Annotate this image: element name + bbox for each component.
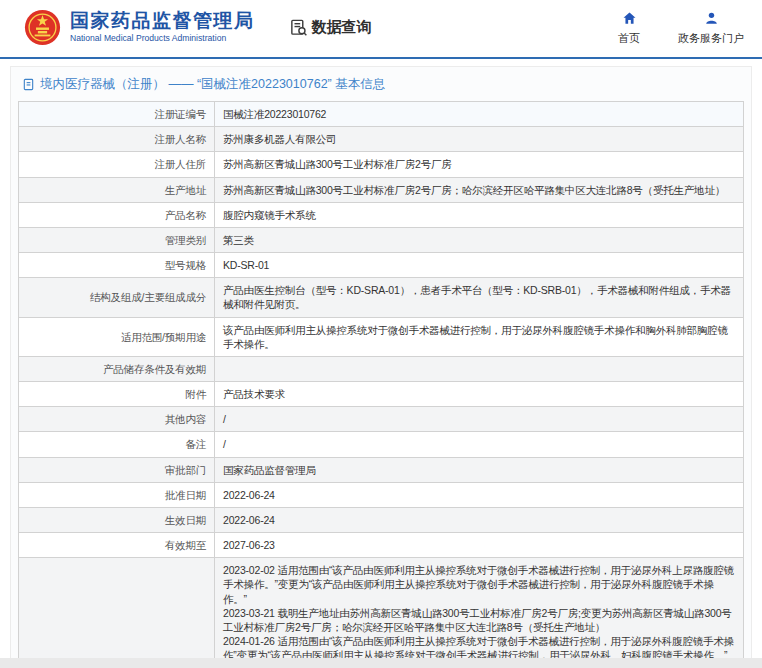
table-row: 管理类别第三类: [19, 227, 744, 252]
row-value: KD-SR-01: [215, 253, 744, 278]
row-value: 苏州康多机器人有限公司: [215, 127, 744, 152]
row-label: 备注: [19, 432, 215, 457]
row-value: [215, 356, 744, 381]
registration-info-table: 注册证编号国械注准20223010762注册人名称苏州康多机器人有限公司注册人住…: [18, 101, 744, 668]
document-search-icon: [289, 18, 308, 37]
row-label: 型号规格: [19, 253, 215, 278]
row-label: 其他内容: [19, 407, 215, 432]
row-label: 有效期至: [19, 533, 215, 558]
user-icon: [704, 11, 719, 26]
row-label: 适用范围/预期用途: [19, 317, 215, 356]
row-value: 产品由医生控制台（型号：KD-SRA-01），患者手术平台（型号：KD-SRB-…: [215, 278, 744, 317]
brand-title: 国家药品监督管理局: [70, 11, 255, 32]
nav-portal[interactable]: 政务服务门户: [678, 11, 744, 44]
row-value: 国家药品监督管理局: [215, 457, 744, 482]
row-label: 产品名称: [19, 202, 215, 227]
row-label: 变更情况: [19, 558, 215, 668]
data-query-tab[interactable]: 数据查询: [289, 18, 372, 37]
row-label: 结构及组成/主要组成成分: [19, 278, 215, 317]
row-value: 2022-06-24: [215, 482, 744, 507]
row-label: 注册证编号: [19, 102, 215, 127]
row-label: 生效日期: [19, 507, 215, 532]
row-value: 第三类: [215, 227, 744, 252]
table-row: 产品名称腹腔内窥镜手术系统: [19, 202, 744, 227]
nav-portal-label: 政务服务门户: [678, 33, 744, 44]
table-row: 备注/: [19, 432, 744, 457]
table-row: 注册人名称苏州康多机器人有限公司: [19, 127, 744, 152]
table-row: 其他内容/: [19, 407, 744, 432]
row-value: /: [215, 432, 744, 457]
row-label: 附件: [19, 382, 215, 407]
row-label: 注册人名称: [19, 127, 215, 152]
breadcrumb-text: 境内医疗器械（注册） —— “国械注准20223010762” 基本信息: [40, 76, 385, 93]
table-row: 型号规格KD-SR-01: [19, 253, 744, 278]
header: 国家药品监督管理局 National Medical Products Admi…: [0, 0, 762, 59]
home-icon: [622, 11, 637, 26]
table-row: 批准日期2022-06-24: [19, 482, 744, 507]
table-row: 审批部门国家药品监督管理局: [19, 457, 744, 482]
row-label: 审批部门: [19, 457, 215, 482]
brand-subtitle: National Medical Products Administration: [70, 34, 255, 43]
row-value: 苏州高新区青城山路300号工业村标准厂房2号厂房；哈尔滨经开区哈平路集中区大连北…: [215, 177, 744, 202]
row-label: 注册人住所: [19, 152, 215, 177]
table-row: 附件产品技术要求: [19, 382, 744, 407]
table-row: 生产地址苏州高新区青城山路300号工业村标准厂房2号厂房；哈尔滨经开区哈平路集中…: [19, 177, 744, 202]
nav-home-label: 首页: [618, 33, 640, 44]
row-value: 该产品由医师利用主从操控系统对于微创手术器械进行控制，用于泌尿外科腹腔镜手术操作…: [215, 317, 744, 356]
data-query-label: 数据查询: [312, 18, 372, 37]
row-value: 腹腔内窥镜手术系统: [215, 202, 744, 227]
row-value: 2027-06-23: [215, 533, 744, 558]
table-row: 注册证编号国械注准20223010762: [19, 102, 744, 127]
content-card: 境内医疗器械（注册） —— “国械注准20223010762” 基本信息 注册证…: [10, 66, 752, 668]
nmpa-emblem-logo: [24, 9, 61, 46]
row-label: 管理类别: [19, 227, 215, 252]
info-table-body: 注册证编号国械注准20223010762注册人名称苏州康多机器人有限公司注册人住…: [19, 102, 744, 668]
brand: 国家药品监督管理局 National Medical Products Admi…: [70, 11, 255, 43]
table-row: 注册人住所苏州高新区青城山路300号工业村标准厂房2号厂房: [19, 152, 744, 177]
row-value: 苏州高新区青城山路300号工业村标准厂房2号厂房: [215, 152, 744, 177]
table-row: 适用范围/预期用途该产品由医师利用主从操控系统对于微创手术器械进行控制，用于泌尿…: [19, 317, 744, 356]
row-label: 批准日期: [19, 482, 215, 507]
table-row: 结构及组成/主要组成成分产品由医生控制台（型号：KD-SRA-01），患者手术平…: [19, 278, 744, 317]
row-value: 国械注准20223010762: [215, 102, 744, 127]
table-row: 有效期至2027-06-23: [19, 533, 744, 558]
row-label: 产品储存条件及有效期: [19, 356, 215, 381]
document-icon: [22, 78, 35, 91]
row-value: 产品技术要求: [215, 382, 744, 407]
footer-strip: [0, 658, 762, 668]
change-entry: 2023-02-02 适用范围由“该产品由医师利用主从操控系统对于微创手术器械进…: [223, 563, 735, 606]
breadcrumb: 境内医疗器械（注册） —— “国械注准20223010762” 基本信息: [18, 67, 744, 101]
row-label: 生产地址: [19, 177, 215, 202]
table-row: 生效日期2022-06-24: [19, 507, 744, 532]
table-row: 变更情况2023-02-02 适用范围由“该产品由医师利用主从操控系统对于微创手…: [19, 558, 744, 668]
nav-home[interactable]: 首页: [618, 11, 640, 44]
change-entry: 2023-03-21 载明生产地址由苏州高新区青城山路300号工业村标准厂房2号…: [223, 606, 735, 634]
row-value: 2022-06-24: [215, 507, 744, 532]
table-row: 产品储存条件及有效期: [19, 356, 744, 381]
row-value: 2023-02-02 适用范围由“该产品由医师利用主从操控系统对于微创手术器械进…: [215, 558, 744, 668]
row-value: /: [215, 407, 744, 432]
